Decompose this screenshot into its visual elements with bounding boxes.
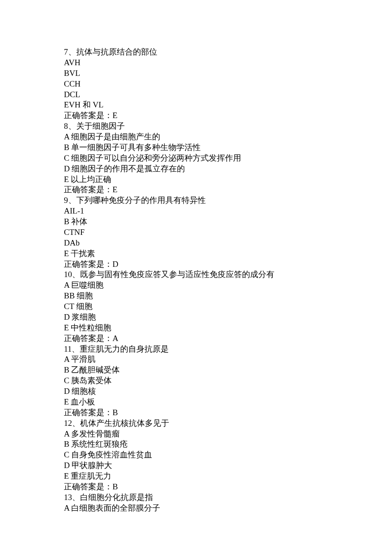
option-line: AIL-1 — [64, 206, 328, 217]
option-line: D 细胞因子的作用不是孤立存在的 — [64, 164, 328, 174]
option-line: CTNF — [64, 227, 328, 238]
option-line: A 巨噬细胞 — [64, 280, 328, 291]
option-line: C 胰岛素受体 — [64, 376, 328, 386]
option-line: D 甲状腺肿大 — [64, 460, 328, 471]
answer-label: 正确答案是： — [64, 111, 112, 120]
option-line: A 平滑肌 — [64, 354, 328, 365]
option-text: 白细胞表面的全部膜分子 — [69, 503, 161, 512]
answer-value: A — [112, 334, 118, 343]
question-number: 12 — [64, 419, 72, 428]
option-key: C — [64, 376, 69, 385]
answer-value: D — [112, 260, 118, 269]
question-stem-text: 关于细胞因子 — [76, 121, 125, 130]
option-key: C — [64, 153, 69, 162]
question-list: 7、抗体与抗原结合的部位AVHBVLCCHDCLEVH 和 VL正确答案是：E8… — [64, 47, 328, 514]
question-stem-text: 重症肌无力的自身抗原是 — [80, 344, 169, 353]
answer-value: B — [112, 482, 118, 491]
option-line: B 乙酰胆碱受体 — [64, 365, 328, 376]
question-number: 13 — [64, 493, 72, 502]
option-line: BVL — [64, 68, 328, 79]
option-key: C — [64, 302, 69, 311]
option-text: 细胞因子是由细胞产生的 — [69, 132, 161, 141]
option-line: CCH — [64, 79, 328, 90]
question-stem-text: 抗体与抗原结合的部位 — [76, 47, 157, 56]
option-line: A 多发性骨髓瘤 — [64, 429, 328, 439]
option-key: E — [64, 100, 69, 109]
question-stem: 10、既参与固有性免疫应答又参与适应性免疫应答的成分有 — [64, 269, 328, 280]
answer-line: 正确答案是：E — [64, 185, 328, 195]
question-stem: 11、重症肌无力的自身抗原是 — [64, 344, 328, 355]
option-line: C 自身免疫性溶血性贫血 — [64, 450, 328, 460]
question-stem-text: 机体产生抗核抗体多见于 — [80, 419, 169, 428]
option-text: 干扰素 — [69, 249, 95, 258]
option-line: D 细胞核 — [64, 386, 328, 397]
question-separator: 、 — [72, 270, 80, 279]
option-key: E — [64, 397, 69, 406]
option-key: E — [64, 175, 69, 184]
question-stem: 8、关于细胞因子 — [64, 121, 328, 132]
option-text: 补体 — [69, 217, 88, 226]
answer-line: 正确答案是：D — [64, 259, 328, 270]
option-key: C — [64, 79, 69, 88]
option-text: 血小板 — [69, 397, 95, 406]
option-line: D 浆细胞 — [64, 312, 328, 323]
option-line: EVH 和 VL — [64, 100, 328, 110]
answer-line: 正确答案是：E — [64, 110, 328, 121]
answer-label: 正确答案是： — [64, 260, 112, 269]
option-text: 巨噬细胞 — [69, 280, 104, 289]
option-key: E — [64, 323, 69, 332]
option-text: VH — [69, 58, 80, 67]
option-key: B — [64, 69, 69, 78]
option-key: D — [64, 312, 70, 321]
option-line: A 细胞因子是由细胞产生的 — [64, 132, 328, 142]
answer-line: 正确答案是：B — [64, 408, 328, 418]
answer-value: B — [112, 408, 118, 417]
question-stem: 9、下列哪种免疫分子的作用具有特异性 — [64, 195, 328, 206]
question-number: 9 — [64, 196, 68, 205]
option-key: C — [64, 228, 69, 237]
option-text: 细胞核 — [70, 387, 96, 396]
option-key: D — [64, 461, 70, 470]
option-text: 系统性红斑狼疮 — [69, 439, 128, 448]
option-text: 重症肌无力 — [69, 471, 112, 480]
option-text: 平滑肌 — [69, 355, 96, 364]
question-separator: 、 — [68, 196, 76, 205]
option-text: IL-1 — [70, 206, 84, 215]
answer-label: 正确答案是： — [64, 334, 112, 343]
option-text: B 细胞 — [69, 291, 93, 300]
option-key: A — [64, 503, 69, 512]
option-line: BB 细胞 — [64, 291, 328, 301]
answer-value: E — [112, 185, 118, 194]
option-text: T 细胞 — [69, 302, 92, 311]
option-key: D — [64, 164, 70, 173]
option-line: B 单一细胞因子可具有多种生物学活性 — [64, 142, 328, 153]
answer-line: 正确答案是：A — [64, 333, 328, 344]
option-text: 甲状腺肿大 — [70, 461, 112, 470]
option-text: 细胞因子的作用不是孤立存在的 — [70, 164, 185, 173]
answer-label: 正确答案是： — [64, 185, 112, 194]
document-page: 7、抗体与抗原结合的部位AVHBVLCCHDCLEVH 和 VL正确答案是：E8… — [0, 0, 392, 555]
answer-value: E — [112, 111, 118, 120]
question-stem-text: 白细胞分化抗原是指 — [80, 493, 153, 502]
option-line: E 重症肌无力 — [64, 471, 328, 482]
option-line: E 干扰素 — [64, 249, 328, 259]
question-stem: 12、机体产生抗核抗体多见于 — [64, 418, 328, 429]
question-number: 7 — [64, 47, 68, 56]
answer-line: 正确答案是：B — [64, 482, 328, 492]
option-text: 以上均正确 — [69, 175, 112, 184]
question-stem-text: 下列哪种免疫分子的作用具有特异性 — [76, 196, 206, 205]
option-key: D — [64, 238, 70, 247]
option-key: A — [64, 280, 69, 289]
option-key: D — [64, 90, 70, 99]
option-line: E 中性粒细胞 — [64, 323, 328, 333]
option-text: VH 和 VL — [69, 100, 104, 109]
option-text: 中性粒细胞 — [69, 323, 112, 332]
option-line: B 系统性红斑狼疮 — [64, 439, 328, 450]
option-key: B — [64, 291, 69, 300]
question-number: 8 — [64, 121, 68, 130]
option-line: C 细胞因子可以自分泌和旁分泌两种方式发挥作用 — [64, 153, 328, 164]
option-line: E 以上均正确 — [64, 174, 328, 185]
option-key: A — [64, 429, 69, 438]
question-separator: 、 — [72, 493, 80, 502]
option-key: C — [64, 450, 69, 459]
